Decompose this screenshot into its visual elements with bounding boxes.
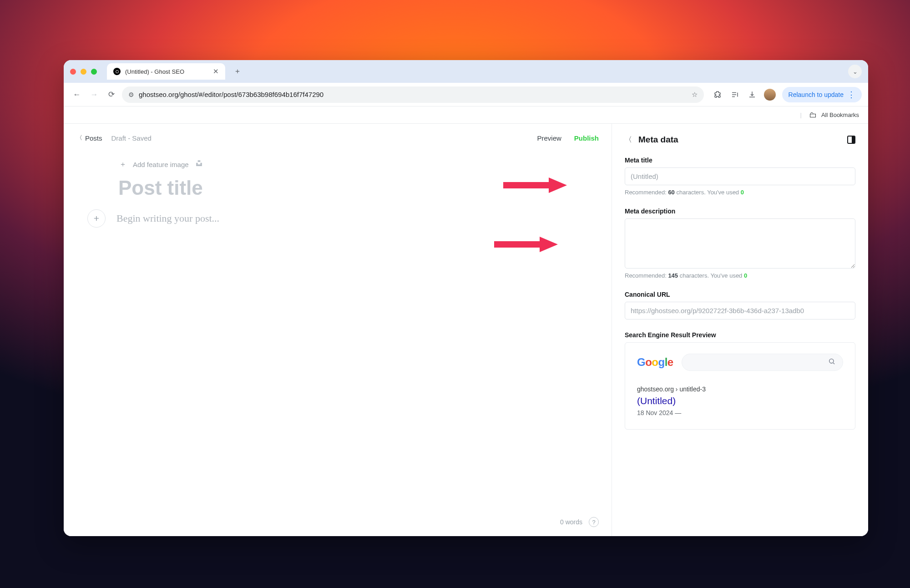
- word-count-row: 0 words ?: [560, 517, 599, 527]
- address-bar[interactable]: ⚙ ghostseo.org/ghost/#/editor/post/673b6…: [122, 86, 704, 103]
- post-body-row: + Begin writing your post...: [87, 209, 612, 228]
- meta-description-field: Meta description Recommended: 145 charac…: [625, 208, 855, 279]
- posts-label: Posts: [85, 134, 102, 142]
- unsplash-icon[interactable]: [195, 159, 203, 169]
- meta-description-hint: Recommended: 145 characters. You've used…: [625, 272, 855, 279]
- word-count: 0 words: [560, 518, 582, 526]
- panel-back-button[interactable]: 〈: [625, 135, 632, 145]
- window-controls: [70, 69, 97, 75]
- serp-title: (Untitled): [637, 395, 843, 406]
- reading-list-icon[interactable]: [729, 89, 740, 100]
- editor-header: 〈 Posts Draft - Saved Preview Publish: [64, 124, 612, 142]
- all-bookmarks-button[interactable]: All Bookmarks: [821, 112, 859, 118]
- editor-pane: 〈 Posts Draft - Saved Preview Publish ＋ …: [64, 124, 612, 536]
- preview-button[interactable]: Preview: [537, 134, 561, 142]
- add-card-button[interactable]: +: [87, 209, 106, 228]
- draft-status: Draft - Saved: [111, 134, 152, 142]
- relaunch-label: Relaunch to update: [789, 91, 844, 98]
- bookmark-star-icon[interactable]: ☆: [692, 91, 698, 99]
- back-button[interactable]: ←: [70, 88, 84, 101]
- serp-preview-field: Search Engine Result Preview Google: [625, 331, 855, 430]
- divider: |: [800, 112, 802, 118]
- post-title-input[interactable]: [118, 177, 446, 199]
- relaunch-button[interactable]: Relaunch to update ⋮: [782, 87, 862, 102]
- chevron-left-icon: 〈: [76, 134, 82, 142]
- serp-preview-card: Google ghostseo.org › untitled-3 (Untitl…: [625, 342, 855, 430]
- feature-image-row: ＋ Add feature image: [64, 142, 612, 169]
- close-window-button[interactable]: [70, 69, 76, 75]
- publish-button[interactable]: Publish: [574, 134, 599, 142]
- canonical-url-input[interactable]: [625, 302, 855, 319]
- editor-actions: Preview Publish: [537, 134, 599, 142]
- extensions-icon[interactable]: [712, 89, 723, 100]
- minimize-window-button[interactable]: [81, 69, 86, 75]
- browser-window: (Untitled) - Ghost SEO ✕ + ⌄ ← → ⟳ ⚙ gho…: [64, 60, 868, 536]
- meta-title-label: Meta title: [625, 157, 855, 164]
- serp-header: Google: [637, 354, 843, 371]
- bookmarks-bar: | 🗀 All Bookmarks: [64, 106, 868, 124]
- reload-button[interactable]: ⟳: [105, 88, 118, 101]
- url-text: ghostseo.org/ghost/#/editor/post/673b63b…: [139, 91, 324, 98]
- browser-tab[interactable]: (Untitled) - Ghost SEO ✕: [107, 63, 225, 80]
- site-settings-icon[interactable]: ⚙: [128, 91, 134, 98]
- serp-search-bar: [682, 354, 843, 371]
- google-logo-icon: Google: [637, 356, 673, 369]
- serp-result: ghostseo.org › untitled-3 (Untitled) 18 …: [637, 385, 843, 416]
- forward-button[interactable]: →: [87, 88, 101, 101]
- favicon-icon: [113, 68, 121, 75]
- tab-list-button[interactable]: ⌄: [848, 65, 862, 78]
- plus-icon: ＋: [119, 160, 126, 169]
- serp-description: 18 Nov 2024 —: [637, 409, 843, 416]
- search-icon: [828, 358, 835, 367]
- back-to-posts[interactable]: 〈 Posts: [76, 134, 102, 142]
- ghost-editor: 〈 Posts Draft - Saved Preview Publish ＋ …: [64, 124, 868, 536]
- serp-url: ghostseo.org › untitled-3: [637, 385, 843, 393]
- meta-description-input[interactable]: [625, 218, 855, 269]
- toggle-panel-icon[interactable]: [847, 136, 855, 144]
- close-tab-icon[interactable]: ✕: [213, 67, 219, 76]
- serp-label: Search Engine Result Preview: [625, 331, 855, 339]
- panel-header: 〈 Meta data: [625, 135, 855, 145]
- meta-data-panel: 〈 Meta data Meta title Recommended: 60 c…: [612, 124, 868, 536]
- folder-icon: 🗀: [809, 111, 817, 120]
- canonical-url-label: Canonical URL: [625, 291, 855, 298]
- panel-title: Meta data: [638, 135, 841, 145]
- toolbar-actions: Relaunch to update ⋮: [712, 87, 862, 102]
- more-menu-icon[interactable]: ⋮: [847, 91, 855, 99]
- meta-title-field: Meta title Recommended: 60 characters. Y…: [625, 157, 855, 196]
- maximize-window-button[interactable]: [91, 69, 97, 75]
- help-icon[interactable]: ?: [589, 517, 599, 527]
- browser-toolbar: ← → ⟳ ⚙ ghostseo.org/ghost/#/editor/post…: [64, 83, 868, 106]
- downloads-icon[interactable]: [747, 89, 758, 100]
- meta-description-label: Meta description: [625, 208, 855, 215]
- canonical-url-field: Canonical URL: [625, 291, 855, 319]
- tab-title: (Untitled) - Ghost SEO: [125, 68, 184, 75]
- new-tab-button[interactable]: +: [231, 67, 244, 76]
- post-body-placeholder[interactable]: Begin writing your post...: [116, 213, 219, 224]
- svg-point-0: [829, 359, 834, 363]
- tab-strip: (Untitled) - Ghost SEO ✕ + ⌄: [64, 60, 868, 83]
- meta-title-input[interactable]: [625, 167, 855, 185]
- add-feature-image-button[interactable]: Add feature image: [133, 161, 189, 168]
- meta-title-hint: Recommended: 60 characters. You've used …: [625, 189, 855, 196]
- profile-avatar[interactable]: [764, 89, 776, 101]
